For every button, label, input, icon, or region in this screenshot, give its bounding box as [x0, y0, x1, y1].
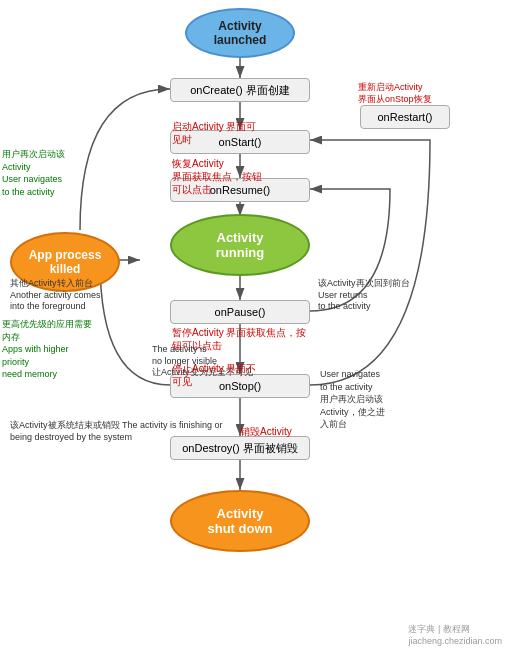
- label-user-navigates-right: User navigatesto the activity用户再次启动该Acti…: [320, 368, 425, 431]
- node-activity-shutdown: Activity shut down: [170, 490, 310, 552]
- node-onPause: onPause(): [170, 300, 310, 324]
- node-onCreate: onCreate() 界面创建: [170, 78, 310, 102]
- node-activity-running: Activity running: [170, 214, 310, 276]
- label-start-activity: 启动Activity 界面可见时: [172, 120, 262, 146]
- activity-lifecycle-diagram: Activity launched onCreate() 界面创建 onRest…: [0, 0, 510, 650]
- label-restart-activity: 重新启动Activity界面从onStop恢复: [358, 82, 458, 105]
- label-restore-activity: 恢复Activity界面获取焦点，按钮可以点击: [172, 157, 267, 196]
- node-onRestart: onRestart(): [360, 105, 450, 129]
- label-user-navigates: 用户再次启动该ActivityUser navigatesto the acti…: [2, 148, 87, 198]
- label-apps-high-priority: 更高优先级的应用需要内存Apps with higher prioritynee…: [2, 318, 92, 381]
- label-stop-activity: 停止Activity 界面不可见: [172, 362, 262, 388]
- label-other-activity: 其他Activity转入前台Another activity comesinto…: [10, 278, 155, 313]
- node-activity-launched: Activity launched: [185, 8, 295, 58]
- label-destroy-activity: 销毁Activity: [240, 425, 320, 438]
- watermark: 迷字典 | 教程网jiacheng.chezidian.com: [408, 623, 502, 646]
- label-activity-returns: 该Activity再次回到前台User returnsto the activi…: [318, 278, 428, 313]
